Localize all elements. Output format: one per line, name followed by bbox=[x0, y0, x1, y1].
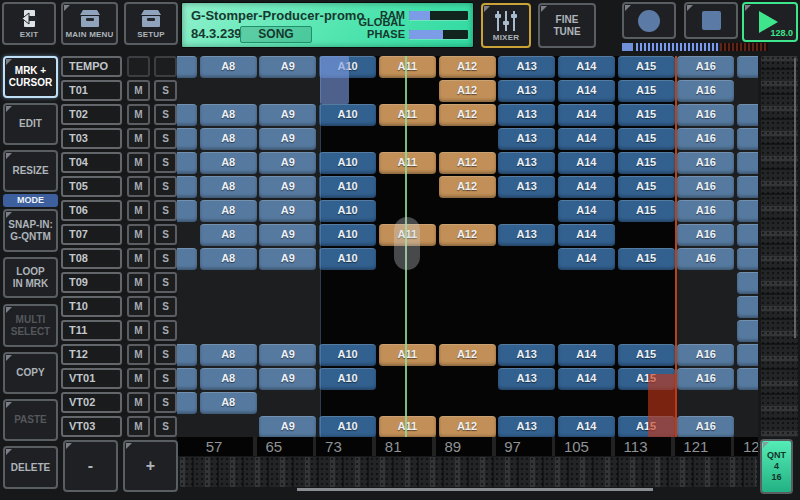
mute-button[interactable]: M bbox=[127, 104, 150, 125]
track-label[interactable]: T01 bbox=[61, 80, 122, 101]
mute-button[interactable]: M bbox=[127, 416, 150, 437]
mute-button[interactable]: M bbox=[127, 248, 150, 269]
solo-button[interactable]: S bbox=[154, 416, 177, 437]
sidebar-item-copy[interactable]: COPY bbox=[3, 352, 58, 394]
grid-cell[interactable]: A10 bbox=[319, 152, 376, 174]
grid-cell[interactable]: A8 bbox=[200, 344, 257, 366]
grid-cell[interactable] bbox=[737, 368, 758, 390]
grid-cell[interactable]: A11 bbox=[379, 104, 436, 126]
sidebar-item-multi-select[interactable]: MULTISELECT bbox=[3, 304, 58, 347]
solo-button[interactable]: S bbox=[154, 152, 177, 173]
solo-button[interactable]: S bbox=[154, 296, 177, 317]
grid-cell[interactable]: A12 bbox=[439, 152, 496, 174]
track-label[interactable]: T06 bbox=[61, 200, 122, 221]
timeline-ruler[interactable]: 576573818997105113121129 bbox=[177, 437, 758, 456]
grid-cell[interactable]: A15 bbox=[618, 56, 675, 78]
grid-cell[interactable]: A8 bbox=[200, 152, 257, 174]
track-label[interactable]: VT02 bbox=[61, 392, 122, 413]
track-label[interactable]: T04 bbox=[61, 152, 122, 173]
grid-cell[interactable]: A12 bbox=[439, 416, 496, 437]
mute-button[interactable]: M bbox=[127, 152, 150, 173]
mute-button[interactable]: M bbox=[127, 392, 150, 413]
zoom-in-button[interactable]: + bbox=[123, 440, 178, 492]
grid-cell[interactable]: A10 bbox=[319, 200, 376, 222]
grid-cell[interactable]: A14 bbox=[558, 128, 615, 150]
fine-tune-button[interactable]: FINE TUNE bbox=[538, 3, 596, 48]
mute-button[interactable]: M bbox=[127, 224, 150, 245]
grid-cell[interactable]: A14 bbox=[558, 224, 615, 246]
grid-cell[interactable]: A8 bbox=[200, 104, 257, 126]
grid-cell[interactable]: A15 bbox=[618, 200, 675, 222]
grid-cell[interactable]: A14 bbox=[558, 176, 615, 198]
stop-button[interactable] bbox=[684, 2, 738, 39]
grid-cell[interactable]: A15 bbox=[618, 176, 675, 198]
grid-cell[interactable]: A15 bbox=[618, 248, 675, 270]
grid-cell[interactable] bbox=[177, 104, 197, 126]
grid-cell[interactable]: A11 bbox=[379, 152, 436, 174]
track-label[interactable]: VT01 bbox=[61, 368, 122, 389]
mute-button[interactable]: M bbox=[127, 176, 150, 197]
grid-cell[interactable]: A14 bbox=[558, 368, 615, 390]
track-label[interactable]: T12 bbox=[61, 344, 122, 365]
grid-cell[interactable] bbox=[177, 392, 197, 414]
grid-cell[interactable]: A9 bbox=[259, 200, 316, 222]
grid-cell[interactable] bbox=[177, 248, 197, 270]
solo-button[interactable]: S bbox=[154, 176, 177, 197]
grid-cell[interactable]: A15 bbox=[618, 152, 675, 174]
grid-cell[interactable]: A10 bbox=[319, 176, 376, 198]
grid-cell[interactable]: A9 bbox=[259, 416, 316, 437]
mute-button[interactable]: M bbox=[127, 320, 150, 341]
play-button[interactable]: 128.0 bbox=[742, 2, 798, 42]
track-label[interactable]: T03 bbox=[61, 128, 122, 149]
grid-cell[interactable]: A10 bbox=[319, 248, 376, 270]
grid-cell[interactable]: A15 bbox=[618, 128, 675, 150]
grid-cell[interactable]: A16 bbox=[677, 80, 734, 102]
record-button[interactable] bbox=[622, 2, 676, 39]
track-label[interactable]: VT03 bbox=[61, 416, 122, 437]
grid-cell[interactable]: A14 bbox=[558, 80, 615, 102]
grid-cell[interactable]: A14 bbox=[558, 104, 615, 126]
grid-cell[interactable]: A10 bbox=[319, 368, 376, 390]
grid-cell[interactable]: A8 bbox=[200, 200, 257, 222]
grid-cell[interactable]: A8 bbox=[200, 368, 257, 390]
left-marker-line[interactable] bbox=[320, 56, 321, 437]
mixer-button[interactable]: MIXER bbox=[481, 3, 531, 48]
grid-cell[interactable]: A15 bbox=[618, 80, 675, 102]
grid-cell[interactable]: A13 bbox=[498, 128, 555, 150]
grid-cell[interactable] bbox=[177, 344, 197, 366]
grid-cell[interactable]: A12 bbox=[439, 80, 496, 102]
grid-cell[interactable]: A16 bbox=[677, 248, 734, 270]
sidebar-item-mrk-cursor[interactable]: MRK +CURSOR bbox=[3, 56, 58, 98]
grid-cell[interactable] bbox=[737, 104, 758, 126]
grid-cell[interactable]: A8 bbox=[200, 56, 257, 78]
grid-cell[interactable]: A13 bbox=[498, 344, 555, 366]
grid-cell[interactable]: A16 bbox=[677, 176, 734, 198]
grid-cell[interactable]: A16 bbox=[677, 224, 734, 246]
solo-button[interactable]: S bbox=[154, 248, 177, 269]
qnt-button[interactable]: QNT 4 16 bbox=[760, 439, 793, 494]
grid-cell[interactable]: A13 bbox=[498, 416, 555, 437]
sidebar-item-paste[interactable]: PASTE bbox=[3, 399, 58, 441]
grid-cell[interactable]: A16 bbox=[677, 104, 734, 126]
grid-cell[interactable]: A9 bbox=[259, 248, 316, 270]
grid-cell[interactable]: A15 bbox=[618, 344, 675, 366]
grid-cell[interactable]: A13 bbox=[498, 152, 555, 174]
grid-cell[interactable]: A11 bbox=[379, 416, 436, 437]
mute-button[interactable]: M bbox=[127, 80, 150, 101]
right-marker-overlay[interactable] bbox=[648, 374, 677, 437]
grid-cell[interactable]: A12 bbox=[439, 56, 496, 78]
solo-button[interactable]: S bbox=[154, 80, 177, 101]
setup-button[interactable]: SETUP bbox=[124, 2, 178, 45]
grid-cell[interactable]: A12 bbox=[439, 344, 496, 366]
grid-cell[interactable] bbox=[177, 368, 197, 390]
sidebar-item-edit[interactable]: EDIT bbox=[3, 103, 58, 145]
grid-cell[interactable]: A10 bbox=[319, 344, 376, 366]
track-label[interactable]: T10 bbox=[61, 296, 122, 317]
grid-cell[interactable] bbox=[177, 176, 197, 198]
grid-cell[interactable]: A11 bbox=[379, 56, 436, 78]
grid-cell[interactable]: A13 bbox=[498, 56, 555, 78]
grid-cell[interactable]: A8 bbox=[200, 176, 257, 198]
grid-cell[interactable] bbox=[177, 152, 197, 174]
grid-cell[interactable]: A9 bbox=[259, 368, 316, 390]
grid-cell[interactable] bbox=[177, 56, 197, 78]
